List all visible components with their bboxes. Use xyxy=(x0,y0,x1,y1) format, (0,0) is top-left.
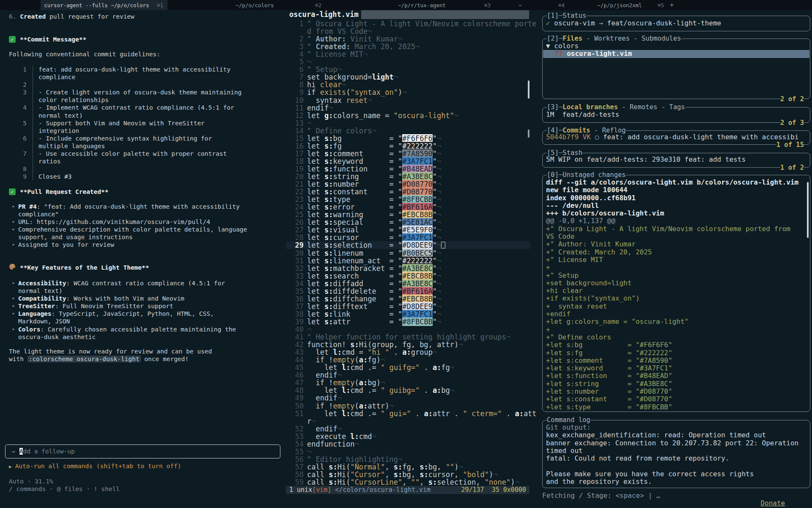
diff-line: +let s:bg = "#F6F6F6" xyxy=(543,341,810,349)
code-line: 1feat: add oscura-dusk-light theme with … xyxy=(9,66,261,81)
key-features-heading: **Key Features of the Light Theme** xyxy=(0,263,286,272)
selected-file-row[interactable]: ?? oscura-light.vim xyxy=(543,50,809,58)
diff-line: +" Setup xyxy=(543,272,810,279)
diff-line: +hi clear xyxy=(543,287,810,295)
stash-count: 1 of 2 xyxy=(780,164,804,171)
tmux-window-tab-3[interactable]: ~/p/r/tux-agent⌘3 xyxy=(364,0,495,10)
commits-count: 1 of 15 xyxy=(776,141,804,149)
status-box-title: [1]─Status xyxy=(547,12,586,19)
diff-line: --- /dev/null xyxy=(543,202,810,210)
tmux-window-tab-5[interactable]: ~/p/p/json2xml⌘5 xyxy=(586,0,668,10)
step-number: 6. xyxy=(9,13,20,20)
diff-line: index 0000000..cf68b91 xyxy=(543,194,810,202)
vim-code-line: 13¬ xyxy=(286,119,530,127)
gitui-pane: [1]─Status ✓ oscura-vim → feat/oscura-du… xyxy=(540,10,812,508)
command-log-box: Command log Git output:kex_exchange_iden… xyxy=(542,420,810,488)
log-line: fatal: Could not read from remote reposi… xyxy=(543,455,810,462)
log-line: Git output: xyxy=(543,424,810,431)
list-item: TreeSitter: Full Neovim TreeSitter suppo… xyxy=(9,302,250,310)
donate-link[interactable]: Donate xyxy=(760,499,785,507)
diff-line: +let s:keyword = "#3A7FC1" xyxy=(543,364,810,372)
autorun-toggle[interactable]: ▶Auto-run all commands (shift+tab to tur… xyxy=(0,462,286,471)
diff-line: +let s:constant = "#D08770" xyxy=(543,395,810,403)
diff-line: diff --git a/colors/oscura-light.vim b/c… xyxy=(543,179,810,186)
branches-count: 2 of 3 xyxy=(780,119,804,127)
vim-code-line: r¬ xyxy=(286,417,530,425)
vim-code-line: 49 endif¬ xyxy=(286,394,530,402)
palette-icon xyxy=(9,263,16,272)
tab-commits[interactable]: Commits xyxy=(562,127,590,134)
vim-code-line: 58call s:Hi("Cursor", s:bg, s:cursor, "b… xyxy=(286,471,530,478)
new-tab-button[interactable]: + xyxy=(667,0,676,10)
tab-files[interactable]: Files xyxy=(562,35,582,42)
vim-code-line: 53 execute l:cmd¬ xyxy=(286,433,530,440)
list-item: URL: https://github.com/vinitkumar/oscur… xyxy=(9,218,250,226)
followup-input[interactable]: → Add a follow-up xyxy=(5,444,280,458)
code-line: 4- Implement WCAG contrast ratio complia… xyxy=(9,104,261,119)
vim-code-line: 38let s:link = "#3A7FC1"¬ xyxy=(286,310,530,318)
vim-code-line: 27let s:visual = "#E5E9F0"¬ xyxy=(286,226,530,234)
diff-line: VS Code xyxy=(543,233,810,240)
diff-line: +let s:fg = "#222222" xyxy=(543,349,810,357)
vim-scrollbar-segment[interactable] xyxy=(528,130,529,138)
code-line: 9Closes #3 xyxy=(9,173,261,180)
tmux-status-bar: cursor-agent --fulls ~/p/o/colors⌘1~/p/o… xyxy=(0,0,812,10)
diff-line: +set background=light xyxy=(543,279,810,287)
log-line: Please make sure you have the correct ac… xyxy=(543,470,810,478)
tmux-screen: cursor-agent --fulls ~/p/o/colors⌘1~/p/o… xyxy=(0,0,812,508)
vim-scrollbar-segment[interactable] xyxy=(528,80,529,99)
diff-content: diff --git a/colors/oscura-light.vim b/c… xyxy=(543,175,810,411)
log-line: timed out xyxy=(543,447,810,455)
list-item: PR #4: "feat: Add oscura-dusk-light them… xyxy=(9,203,250,218)
hints-line: / commands · @ files · ! shell xyxy=(0,485,286,493)
diff-line: +++ b/colors/oscura-light.vim xyxy=(543,210,810,217)
vim-code-line: 57call s:Hi("Normal", s:fg, s:bg, "")¬ xyxy=(286,463,530,471)
diff-line: +" Oscura Light - A light Vim/Neovim col… xyxy=(543,225,810,233)
vim-code-line: 46 endif¬ xyxy=(286,371,530,379)
log-line: banner exchange: Connection to 20.207.73… xyxy=(543,439,810,447)
vim-code-line: 55¬ xyxy=(286,448,530,456)
tmux-window-tab-1[interactable]: cursor-agent --fulls ~/p/o/colors⌘1 xyxy=(41,0,167,10)
commit-message-title: **Commit Message** xyxy=(20,36,86,43)
play-icon: ▶ xyxy=(9,464,12,469)
vim-code-line: 23let s:type = "#8FBCBB"¬ xyxy=(286,196,530,203)
vim-code-line: 1" Oscura Light - A light Vim/Neovim col… xyxy=(286,20,530,28)
files-box: [2]─Files - Worktrees - Submodules ▼ col… xyxy=(542,39,810,99)
vim-code-line: 24let s:error = "#BF616A"¬ xyxy=(286,203,530,211)
vim-code-line: 54endfunction¬ xyxy=(286,440,530,448)
diff-line: + xyxy=(543,326,810,334)
vim-code-line: 37let s:difftext = "#D8DEE9"¬ xyxy=(286,303,530,310)
diff-line: +endif xyxy=(543,310,810,318)
gitui-bottom-bar: Fetching / Stage: <space> | … Donate Ask… xyxy=(540,492,812,500)
autorun-label: Auto-run all commands (shift+tab to turn… xyxy=(15,463,181,469)
list-item: Languages: TypeScript, JavaScript, Pytho… xyxy=(9,310,250,325)
vim-code-line: 52 endif¬ xyxy=(286,425,530,433)
vim-statusline: 1 unix[vim] </colors/oscura-light.vim 29… xyxy=(286,486,529,494)
vim-code-line: 17let s:comment = "#7A8590"¬ xyxy=(286,150,530,157)
diff-scrollbar[interactable] xyxy=(807,182,809,238)
tmux-window-tab-4[interactable]: ~⌘4 xyxy=(486,0,569,10)
vim-code-line: 10 syntax reset¬ xyxy=(286,97,530,104)
tmux-window-tab-2[interactable]: ~/p/o/colors⌘2 xyxy=(199,0,326,10)
list-item: Assigned to you for review xyxy=(9,241,250,248)
vim-code-line: 18let s:keyword = "#3A7FC1"¬ xyxy=(286,157,530,165)
vim-code-line: 6" Setup¬ xyxy=(286,66,530,73)
key-features-title: **Key Features of the Light Theme** xyxy=(20,264,149,271)
vim-code-line: 34let s:diffadd = "#A3BE8C"¬ xyxy=(286,280,530,287)
diff-line: +let g:colors_name = "oscura-light" xyxy=(543,318,810,326)
vim-code-line: 47 if !empty(a:bg)¬ xyxy=(286,379,530,387)
vim-pane: oscura-light.vim 1" Oscura Light - A lig… xyxy=(286,10,530,508)
stash-row[interactable]: 5M WIP on feat/add-tests: 293e310 feat: … xyxy=(543,153,810,163)
vim-code-line: 9if exists("syntax_on")¬ xyxy=(286,88,530,96)
tab-local-branches[interactable]: Local branches xyxy=(562,103,618,111)
vim-code-line: 30let s:linenum = "#B0BEC5"¬ xyxy=(286,249,530,257)
vim-code-line: d from VS Code¬ xyxy=(286,28,530,35)
diff-line: +" License MIT xyxy=(543,256,810,264)
vim-buffer-tab[interactable]: oscura-light.vim xyxy=(286,11,359,18)
stash-box: [5]─Stash 5M WIP on feat/add-tests: 293e… xyxy=(542,153,810,168)
gitui-status-hint: Fetching / Stage: <space> | … xyxy=(542,492,660,500)
vim-code-line: 2" Author: Vinit Kumar¬ xyxy=(286,35,530,43)
vim-code-line: 5¬ xyxy=(286,58,530,66)
vim-code-line: 41" Helper function for setting highligh… xyxy=(286,333,530,341)
vim-code-line: 19let s:function = "#B48EAD"¬ xyxy=(286,165,530,173)
